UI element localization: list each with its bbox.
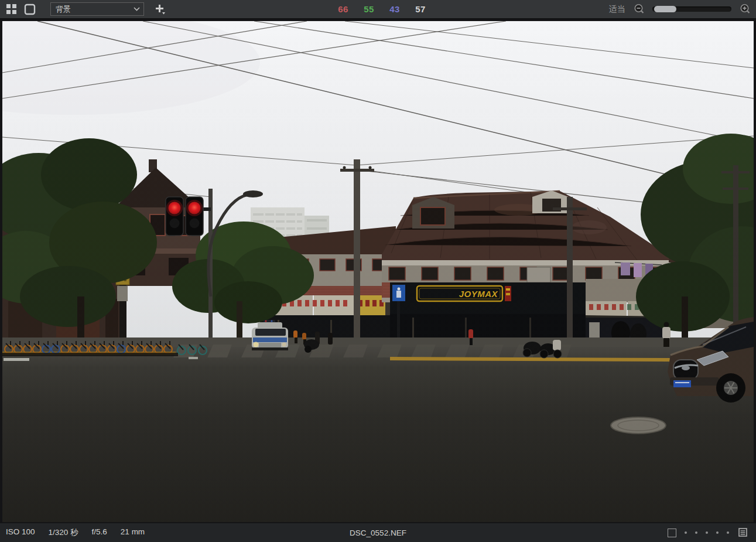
chevron-down-icon <box>134 7 140 11</box>
nav-dot[interactable] <box>695 531 697 534</box>
layer-select[interactable]: 背景 <box>50 2 144 16</box>
nav-dot[interactable] <box>716 531 719 534</box>
status-bar: ISO 100 1/320 秒 f/5.6 21 mm DSC_0552.NEF <box>0 523 756 542</box>
zoom-in-icon <box>740 4 751 15</box>
grid-icon <box>6 4 17 15</box>
zoom-slider[interactable] <box>652 6 731 12</box>
single-view-button[interactable] <box>23 3 36 16</box>
rgb-luma-value: 57 <box>414 4 427 14</box>
photo-frame: JOYMAX <box>2 21 754 522</box>
zoom-slider-handle[interactable] <box>654 6 676 12</box>
aperture-value: f/5.6 <box>92 527 107 538</box>
top-toolbar: 背景 66 55 43 57 适当 <box>0 0 756 19</box>
rgb-b-value: 43 <box>388 4 401 14</box>
zoom-out-button[interactable] <box>632 3 645 16</box>
photo-canvas[interactable]: JOYMAX <box>2 21 754 522</box>
nav-dot[interactable] <box>706 531 708 534</box>
iso-value: ISO 100 <box>6 527 35 538</box>
info-panel-button[interactable] <box>738 528 748 537</box>
rgb-r-value: 66 <box>337 4 350 14</box>
layer-select-value: 背景 <box>56 4 71 15</box>
thumbnail-toggle-button[interactable] <box>668 529 676 537</box>
grid-view-button[interactable] <box>5 3 18 16</box>
rgb-g-value: 55 <box>362 4 375 14</box>
focal-length-value: 21 mm <box>121 527 145 538</box>
nav-dot[interactable] <box>685 531 687 534</box>
zoom-out-icon <box>634 4 645 15</box>
zoom-fit-label[interactable]: 适当 <box>609 4 625 15</box>
nav-dot[interactable] <box>727 531 729 534</box>
vignette <box>2 21 754 522</box>
plus-tool-icon <box>154 4 166 15</box>
rgb-readout: 66 55 43 57 <box>337 0 427 18</box>
single-image-icon <box>24 4 36 15</box>
photo-area: JOYMAX <box>0 19 756 523</box>
add-tool-button[interactable] <box>153 3 166 16</box>
shutter-value: 1/320 秒 <box>49 527 78 538</box>
zoom-in-button[interactable] <box>738 3 751 16</box>
